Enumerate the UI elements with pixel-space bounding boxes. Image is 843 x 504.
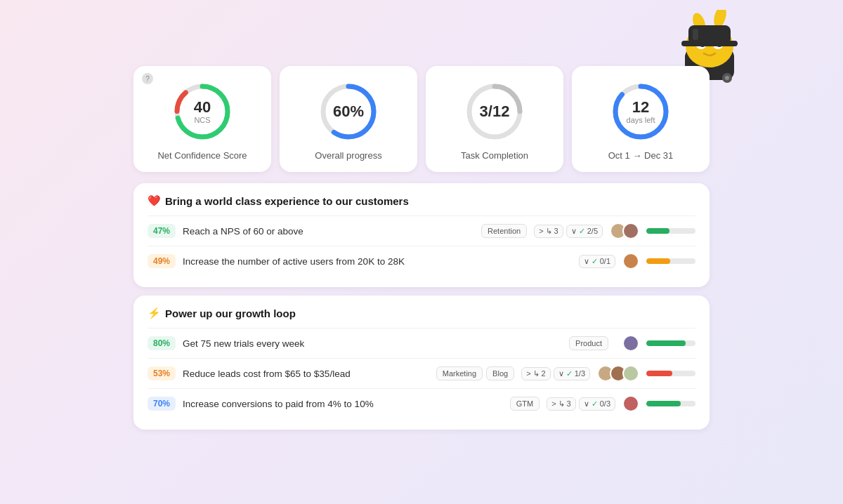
task-completion-card: 3/12 Task Completion [426,66,563,172]
avatars [610,223,639,239]
okr-controls: > ↳ 3 ∨ ✓ 0/3 [547,397,615,411]
overall-progress-card: 60% Overall progress [280,66,417,172]
progress-bar [646,401,695,406]
section-2-title: Power up our growth loop [165,307,296,319]
ncs-ring: 40 NCS [171,80,234,143]
check-control[interactable]: ∨ ✓ 2/5 [566,225,603,238]
check-icon: ✓ [579,227,585,236]
tags: Marketing Blog [436,366,514,380]
question-icon[interactable]: ? [142,73,153,84]
link-count: 2 [542,369,546,378]
avatars [622,335,639,352]
section-2-header: ⚡ Power up our growth loop [148,307,695,319]
avatars [597,365,639,382]
right-arrow-icon: > [539,227,543,235]
progress-bar [646,228,695,234]
svg-rect-11 [681,41,738,46]
okr-row: 49% Increase the number of active users … [148,246,695,276]
avatar [622,395,639,412]
link-icon: ↳ [558,399,565,409]
link-icon: ↳ [546,227,552,236]
okr-controls: > ↳ 2 ∨ ✓ 1/3 [521,367,590,380]
tags: GTM [510,397,540,411]
percent-badge: 53% [148,366,176,380]
ncs-unit: NCS [194,116,211,124]
progress-fill [646,401,681,406]
link-count: 3 [567,399,571,408]
section-1-emoji: ❤️ [148,194,161,207]
check-count: 2/5 [587,227,598,235]
link-control[interactable]: > ↳ 2 [521,367,551,380]
ncs-label: Net Confidence Score [157,150,247,161]
check-count: 0/3 [600,399,610,408]
avatars [622,395,639,412]
check-control[interactable]: ∨ ✓ 0/1 [579,255,615,268]
metric-cards-row: ? 40 NCS Net Confidence Score [133,66,710,172]
days-label: Oct 1 → Dec 31 [608,150,673,161]
progress-bar [646,371,695,376]
svg-point-16 [725,76,729,80]
okr-title: Reach a NPS of 60 or above [183,226,474,237]
tags: Product [569,336,608,350]
check-count: 0/1 [600,257,610,265]
okr-controls: ∨ ✓ 0/1 [579,255,615,268]
progress-fill [646,228,669,234]
link-icon: ↳ [533,369,540,378]
tag[interactable]: GTM [510,397,540,411]
section-1: ❤️ Bring a world class experience to our… [133,183,710,287]
okr-title: Increase conversions to paid from 4% to … [183,399,503,409]
tags: Retention [481,224,527,238]
avatar [622,365,639,382]
chevron-icon: ∨ [558,369,564,378]
tag[interactable]: Product [569,336,608,350]
check-icon: ✓ [566,369,573,378]
chevron-icon: ∨ [584,399,589,409]
ncs-center: 40 NCS [194,99,211,124]
check-control[interactable]: ∨ ✓ 1/3 [554,367,590,380]
link-control[interactable]: > ↳ 3 [534,225,563,238]
okr-row: 53% Reduce leads cost from $65 to $35/le… [148,358,695,388]
chevron-icon: ∨ [584,257,589,266]
days-value: 12 [627,99,655,116]
days-left-card: 12 days left Oct 1 → Dec 31 [572,66,710,172]
okr-title: Reduce leads cost from $65 to $35/lead [183,369,429,379]
progress-fill [646,340,686,346]
progress-bar [646,340,695,346]
task-center: 3/12 [480,103,510,120]
tag[interactable]: Blog [486,366,514,380]
task-ring: 3/12 [463,80,526,143]
okr-row: 80% Get 75 new trials every week Product [148,328,695,358]
section-2: ⚡ Power up our growth loop 80% Get 75 ne… [133,296,710,430]
percent-badge: 80% [148,336,176,350]
okr-title: Get 75 new trials every week [183,338,562,349]
okr-title: Increase the number of active users from… [183,256,565,267]
days-ring: 12 days left [609,80,672,143]
okr-row: 47% Reach a NPS of 60 or above Retention… [148,215,695,246]
tag[interactable]: Marketing [436,366,483,380]
percent-badge: 49% [148,254,176,268]
ncs-value: 40 [194,99,211,116]
overall-ring: 60% [317,80,380,143]
link-control[interactable]: > ↳ 3 [547,397,576,411]
check-control[interactable]: ∨ ✓ 0/3 [579,397,615,411]
overall-center: 60% [333,103,364,120]
check-icon: ✓ [592,257,598,266]
avatar [622,223,639,239]
section-1-title: Bring a world class experience to our cu… [165,195,409,207]
percent-badge: 70% [148,397,176,411]
chevron-icon: ∨ [571,227,577,236]
main-container: ? 40 NCS Net Confidence Score [133,66,710,438]
task-label: Task Completion [461,150,528,161]
section-1-header: ❤️ Bring a world class experience to our… [148,194,695,207]
right-arrow-icon: > [551,399,556,408]
progress-fill [646,258,670,264]
avatar [622,335,639,352]
overall-label: Overall progress [315,150,381,161]
days-unit: days left [627,116,655,124]
percent-badge: 47% [148,224,176,238]
okr-controls: > ↳ 3 ∨ ✓ 2/5 [534,225,603,238]
tag[interactable]: Retention [481,224,527,238]
avatars [622,253,639,270]
days-center: 12 days left [627,99,655,124]
check-count: 1/3 [575,369,585,378]
